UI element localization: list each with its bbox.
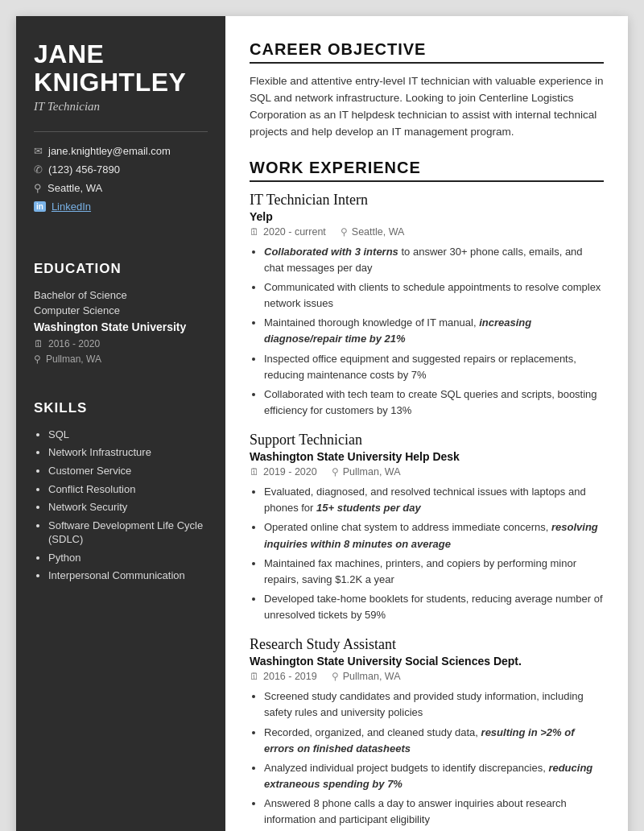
job-2-company: Washington State University Help Desk (250, 450, 604, 463)
calendar-icon: 🗓 (250, 466, 259, 478)
job-3-bullets: Screened study candidates and provided s… (250, 688, 604, 831)
list-item: Screened study candidates and provided s… (264, 688, 604, 721)
job-1-years: 2020 - current (263, 226, 326, 238)
location-icon: ⚲ (34, 182, 42, 194)
pin-icon: ⚲ (341, 226, 348, 238)
contact-section: ✉ jane.knightley@email.com ✆ (123) 456-7… (34, 131, 208, 219)
candidate-title: IT Technician (34, 100, 208, 114)
job-3-years: 2016 - 2019 (263, 671, 317, 682)
education-block: Bachelor of Science Computer Science Was… (34, 288, 208, 365)
career-objective-text: Flexible and attentive entry-level IT te… (250, 73, 604, 141)
resume: JANE KNIGHTLEY IT Technician ✉ jane.knig… (16, 16, 628, 831)
bold-text: resulting in >2% of errors on finished d… (264, 726, 575, 755)
edu-university: Washington State University (34, 320, 208, 334)
career-objective-section: CAREER OBJECTIVE Flexible and attentive … (250, 40, 604, 141)
email-value: jane.knightley@email.com (48, 145, 171, 157)
bold-text: Collaborated with 3 interns (264, 246, 398, 258)
job-2-title: Support Technician (250, 432, 604, 449)
bold-text: reducing extraneous spending by 7% (264, 762, 592, 790)
job-2-location: Pullman, WA (343, 466, 401, 478)
linkedin-icon: in (34, 201, 46, 212)
edu-location: Pullman, WA (46, 353, 101, 365)
bold-text: resolving inquiries within 8 minutes on … (264, 521, 598, 549)
job-2-meta: 🗓 2019 - 2020 ⚲ Pullman, WA (250, 466, 604, 478)
phone-icon: ✆ (34, 163, 43, 176)
job-1-title: IT Technician Intern (250, 192, 604, 209)
last-name: KNIGHTLEY (34, 68, 186, 97)
edu-pin-icon: ⚲ (34, 353, 41, 365)
calendar-icon: 🗓 (250, 226, 259, 238)
skills-section: SKILLS SQL Network Infrastructure Custom… (34, 392, 208, 587)
job-1-bullets: Collaborated with 3 interns to answer 30… (250, 244, 604, 419)
edu-meta: 🗓 2016 - 2020 (34, 338, 208, 349)
list-item: Software Development Life Cycle (SDLC) (48, 519, 208, 547)
location-value: Seattle, WA (47, 182, 102, 194)
edu-degree: Bachelor of Science (34, 288, 208, 303)
job-3-company: Washington State University Social Scien… (250, 655, 604, 668)
education-section: EDUCATION Bachelor of Science Computer S… (34, 253, 208, 379)
job-2-years-item: 🗓 2019 - 2020 (250, 466, 317, 478)
job-3-meta: 🗓 2016 - 2019 ⚲ Pullman, WA (250, 671, 604, 682)
pin-icon: ⚲ (332, 466, 339, 478)
linkedin-item[interactable]: in LinkedIn (34, 201, 208, 213)
calendar-icon: 🗓 (34, 338, 43, 349)
list-item: Python (48, 551, 208, 565)
bold-text: increasing diagnose/repair time by 21% (264, 316, 531, 345)
job-2: Support Technician Washington State Univ… (250, 432, 604, 623)
job-1: IT Technician Intern Yelp 🗓 2020 - curre… (250, 192, 604, 419)
list-item: Conflict Resolution (48, 482, 208, 497)
calendar-icon: 🗓 (250, 671, 259, 682)
job-3-location-item: ⚲ Pullman, WA (332, 671, 401, 682)
job-1-years-item: 🗓 2020 - current (250, 226, 326, 238)
edu-location-meta: ⚲ Pullman, WA (34, 353, 208, 365)
list-item: Maintained fax machines, printers, and c… (264, 556, 604, 588)
job-1-location-item: ⚲ Seattle, WA (341, 226, 405, 238)
email-item: ✉ jane.knightley@email.com (34, 145, 208, 157)
skills-title: SKILLS (34, 400, 208, 416)
career-objective-title: CAREER OBJECTIVE (250, 40, 604, 64)
candidate-name: JANE KNIGHTLEY (34, 40, 208, 97)
job-2-bullets: Evaluated, diagnosed, and resolved techn… (250, 484, 604, 623)
phone-item: ✆ (123) 456-7890 (34, 163, 208, 176)
list-item: Collaborated with 3 interns to answer 30… (264, 244, 604, 276)
job-3-title: Research Study Assistant (250, 636, 604, 653)
list-item: Network Infrastructure (48, 445, 208, 460)
job-1-location: Seattle, WA (352, 226, 405, 238)
list-item: Answered 8 phone calls a day to answer i… (264, 796, 604, 828)
job-3: Research Study Assistant Washington Stat… (250, 636, 604, 831)
edu-major: Computer Science (34, 304, 208, 318)
first-name: JANE (34, 39, 104, 68)
linkedin-link[interactable]: LinkedIn (52, 201, 91, 213)
edu-years: 2016 - 2020 (48, 338, 100, 349)
list-item: Inspected office equipment and suggested… (264, 351, 604, 383)
location-item: ⚲ Seattle, WA (34, 182, 208, 194)
job-1-company: Yelp (250, 210, 604, 223)
education-title: EDUCATION (34, 261, 208, 277)
list-item: Recorded, organized, and cleaned study d… (264, 725, 604, 757)
list-item: Analyzed individual project budgets to i… (264, 760, 604, 792)
pin-icon: ⚲ (332, 671, 339, 682)
list-item: Maintained thorough knowledge of IT manu… (264, 315, 604, 347)
job-2-location-item: ⚲ Pullman, WA (332, 466, 401, 478)
work-experience-section: WORK EXPERIENCE IT Technician Intern Yel… (250, 159, 604, 831)
sidebar: JANE KNIGHTLEY IT Technician ✉ jane.knig… (16, 16, 225, 831)
list-item: Evaluated, diagnosed, and resolved techn… (264, 484, 604, 516)
work-experience-title: WORK EXPERIENCE (250, 159, 604, 182)
list-item: Communicated with clients to schedule ap… (264, 279, 604, 312)
list-item: Collaborated with tech team to create SQ… (264, 387, 604, 419)
job-3-location: Pullman, WA (343, 671, 401, 682)
job-2-years: 2019 - 2020 (263, 466, 317, 478)
job-3-years-item: 🗓 2016 - 2019 (250, 671, 317, 682)
job-1-meta: 🗓 2020 - current ⚲ Seattle, WA (250, 226, 604, 238)
list-item: Interpersonal Communication (48, 568, 208, 583)
list-item: Operated online chat system to address i… (264, 519, 604, 552)
list-item: Network Security (48, 500, 208, 515)
list-item: SQL (48, 428, 208, 442)
bold-text: 15+ students per day (316, 502, 421, 514)
phone-value: (123) 456-7890 (48, 163, 120, 176)
list-item: Developed take-home booklets for student… (264, 591, 604, 623)
list-item: Customer Service (48, 464, 208, 478)
main-content: CAREER OBJECTIVE Flexible and attentive … (225, 16, 628, 831)
skills-list: SQL Network Infrastructure Customer Serv… (34, 428, 208, 583)
email-icon: ✉ (34, 145, 43, 157)
